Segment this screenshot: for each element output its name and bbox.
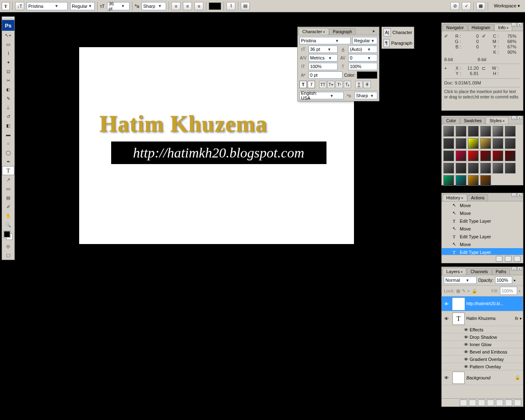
style-swatch[interactable] [480,175,491,186]
lock-pixels-button[interactable]: ✎ [462,288,466,294]
minimize-icon[interactable]: – [511,116,516,120]
style-swatch[interactable] [493,163,503,173]
type-tool[interactable]: T [2,166,14,175]
bridge-button[interactable]: ▦ [476,2,485,10]
visibility-toggle[interactable]: 👁 [462,342,470,347]
tab-histogram[interactable]: Histogram [468,24,494,31]
char-language-dropdown[interactable]: English: USA▾ [299,92,344,99]
history-item[interactable]: ↖Move [442,225,523,233]
char-kerning-dropdown[interactable]: Metrics▾ [308,54,338,62]
history-item[interactable]: TEdit Type Layer [442,217,523,225]
style-swatch[interactable] [480,138,491,149]
screenmode-button[interactable]: ▢ [2,251,14,260]
align-left-button[interactable]: ≡ [171,2,180,10]
tab-history[interactable]: History× [443,194,467,201]
style-swatch[interactable] [443,163,454,173]
heal-tool[interactable]: ◐ [2,85,14,94]
style-swatch[interactable] [456,138,466,149]
underline-button[interactable]: T [355,81,363,88]
char-baseline-input[interactable]: 0 pt [308,71,342,79]
workspace-dropdown[interactable]: Workspace ▾ [491,3,523,9]
blend-mode-dropdown[interactable]: Normal▾ [444,276,477,284]
gold-text-layer[interactable]: Hatim Khuzema [100,111,268,137]
notes-tool[interactable]: ▤ [2,193,14,202]
tab-info[interactable]: Info× [494,24,512,31]
tab-layers[interactable]: Layers× [443,268,466,275]
layer-thumbnail[interactable]: T [452,313,465,325]
style-swatch[interactable] [468,126,479,137]
opacity-input[interactable]: 100% [495,276,512,284]
tool-preset-icon[interactable]: T [2,2,10,10]
fx-badge[interactable]: fx ▾ [515,316,523,321]
move-tool[interactable]: ↖+ [2,31,14,40]
eyedropper-tool[interactable]: ✐ [2,202,14,211]
superscript-button[interactable]: T¹ [336,81,343,88]
history-item[interactable]: TEdit Type Layer [442,233,523,240]
antialias-dropdown[interactable]: Sharp▾ [142,2,166,10]
effect-row[interactable]: 👁Bevel and Emboss [442,348,523,356]
stamp-tool[interactable]: ⊥ [2,103,14,112]
path-tool[interactable]: ↗ [2,175,14,184]
style-swatch[interactable] [480,163,491,173]
quickmask-button[interactable]: ◎ [2,242,14,251]
snapshot-button[interactable] [505,256,511,262]
visibility-toggle[interactable]: 👁 [462,357,470,362]
history-item[interactable]: TEdit Type Layer [442,248,523,255]
style-swatch[interactable] [493,126,503,137]
text-color-swatch[interactable] [209,2,221,10]
color-picker[interactable] [2,229,14,242]
slice-tool[interactable]: ✂ [2,76,14,85]
blur-tool[interactable]: ○ [2,139,14,148]
style-swatch[interactable] [493,138,503,149]
char-leading-dropdown[interactable]: (Auto)▾ [348,46,377,53]
hand-tool[interactable]: ✋ [2,211,14,220]
orientation-button[interactable]: ↓T [15,2,24,10]
char-weight-dropdown[interactable]: Regular▾ [352,37,377,44]
tab-paths[interactable]: Paths [492,268,510,275]
lock-position-button[interactable]: + [467,288,470,293]
link-layers-button[interactable] [460,399,467,406]
style-swatch[interactable] [443,138,454,149]
new-layer-button[interactable] [505,399,512,406]
style-swatch[interactable] [505,163,516,173]
dodge-tool[interactable]: ◯ [2,148,14,157]
style-swatch[interactable] [505,151,516,161]
align-right-button[interactable]: ≡ [194,2,203,10]
tab-styles[interactable]: Styles× [486,117,508,124]
history-item[interactable]: ↖Move [442,209,523,217]
visibility-toggle[interactable]: 👁 [442,301,451,306]
style-swatch[interactable] [468,163,479,173]
italic-button[interactable]: T [308,81,315,88]
style-swatch[interactable] [505,138,516,149]
strike-button[interactable]: T [363,81,371,88]
style-swatch[interactable] [456,151,466,161]
style-swatch[interactable] [456,126,466,137]
close-icon[interactable]: × [517,23,522,27]
font-weight-dropdown[interactable]: Regular▾ [70,2,95,10]
smallcaps-button[interactable]: Tᴛ [327,81,335,88]
char-vscale-input[interactable]: 100% [308,63,338,70]
history-brush-tool[interactable]: ↺ [2,112,14,121]
minimize-icon[interactable]: – [511,267,516,271]
minimize-icon[interactable]: – [511,23,516,27]
iconic-character[interactable]: A| Character [382,27,414,38]
url-text-box[interactable]: http://hatimkh20.blogspot.com [111,142,326,164]
gradient-tool[interactable]: ▬ [2,130,14,139]
tab-character[interactable]: Character× [299,28,329,35]
tab-paragraph[interactable]: Paragraph [329,28,356,35]
char-antialias-dropdown[interactable]: Sharp▾ [354,92,377,99]
style-swatch[interactable] [480,151,491,161]
effect-row[interactable]: 👁Pattern Overlay [442,363,523,370]
align-center-button[interactable]: ≡ [183,2,192,10]
layer-mask-button[interactable] [478,399,485,406]
history-item[interactable]: ↖Move [442,201,523,209]
visibility-toggle[interactable]: 👁 [442,316,451,321]
shape-tool[interactable]: ▭ [2,184,14,193]
layer-row[interactable]: 👁THatim Khuzemafx ▾ [442,311,523,326]
effect-row[interactable]: 👁Inner Glow [442,341,523,348]
bold-button[interactable]: T [299,81,307,88]
delete-layer-button[interactable] [514,399,521,406]
style-swatch[interactable] [468,151,479,161]
minimize-icon[interactable]: – [511,193,516,197]
warp-text-button[interactable]: ⌇ [226,2,235,10]
